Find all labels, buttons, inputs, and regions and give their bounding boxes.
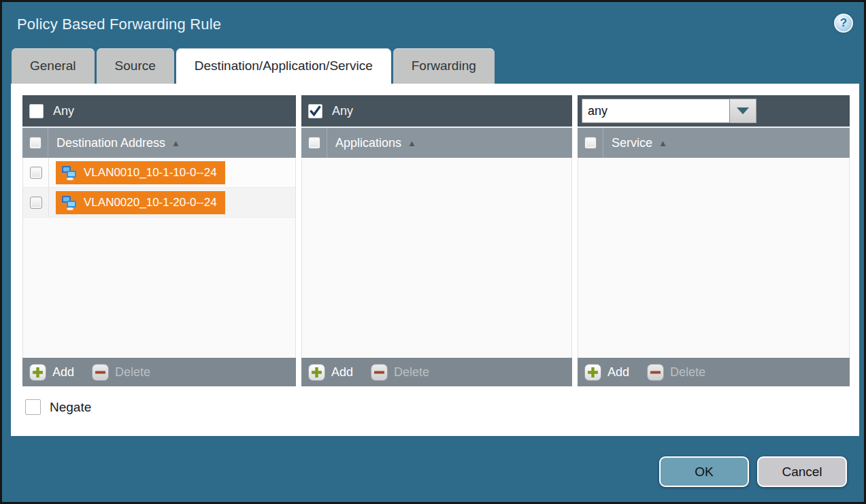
sort-ascending-icon: ▲: [659, 138, 667, 148]
destination-address-list: VLAN0010_10-1-10-0--24: [22, 158, 296, 358]
table-row: VLAN0010_10-1-10-0--24: [23, 158, 295, 188]
plus-icon: [308, 364, 325, 381]
add-button[interactable]: Add: [584, 364, 629, 381]
row-checkbox-cell: [23, 188, 49, 217]
delete-button[interactable]: Delete: [647, 364, 705, 381]
add-button[interactable]: Add: [308, 364, 353, 381]
service-column: Service ▲ Add Delete: [578, 95, 850, 386]
negate-label: Negate: [50, 400, 91, 415]
applications-column: Any Applications ▲ Add: [301, 95, 572, 386]
service-footer: Add Delete: [578, 358, 850, 386]
applications-any-checkbox[interactable]: [308, 104, 322, 118]
add-button[interactable]: Add: [29, 364, 74, 381]
row-checkbox[interactable]: [30, 167, 42, 179]
add-label: Add: [331, 365, 353, 380]
column-header-label: Destination Address: [56, 136, 165, 150]
network-address-icon: [61, 165, 78, 180]
column-header-label: Applications: [335, 136, 401, 150]
cancel-button[interactable]: Cancel: [757, 456, 847, 487]
service-dropdown: [582, 99, 756, 123]
address-object-label: VLAN0020_10-1-20-0--24: [84, 196, 217, 209]
tab-label: Destination/Application/Service: [195, 58, 373, 73]
address-object-vlan0010[interactable]: VLAN0010_10-1-10-0--24: [56, 161, 225, 184]
tab-forwarding[interactable]: Forwarding: [393, 48, 495, 84]
tab-content-panel: Any Destination Address ▲: [11, 84, 859, 436]
network-address-icon: [61, 195, 78, 210]
minus-icon: [371, 364, 388, 381]
address-object-vlan0020[interactable]: VLAN0020_10-1-20-0--24: [56, 191, 225, 214]
sort-ascending-icon: ▲: [171, 138, 180, 148]
tab-label: Forwarding: [412, 58, 476, 73]
add-label: Add: [607, 365, 629, 380]
plus-icon: [584, 364, 601, 381]
service-dropdown-button[interactable]: [730, 99, 756, 123]
select-all-checkbox[interactable]: [29, 137, 41, 149]
table-row: VLAN0020_10-1-20-0--24: [23, 188, 295, 218]
address-object-label: VLAN0010_10-1-10-0--24: [84, 166, 217, 180]
negate-checkbox[interactable]: [25, 399, 41, 415]
delete-button[interactable]: Delete: [92, 364, 150, 381]
columns-container: Any Destination Address ▲: [22, 95, 850, 386]
add-label: Add: [52, 365, 74, 380]
service-list: [578, 158, 850, 358]
delete-label: Delete: [115, 365, 150, 380]
titlebar: Policy Based Forwarding Rule ?: [2, 2, 864, 48]
row-checkbox-cell: [23, 158, 49, 187]
select-all-checkbox[interactable]: [308, 137, 320, 149]
any-label: Any: [332, 104, 353, 118]
tab-destination-application-service[interactable]: Destination/Application/Service: [176, 48, 391, 84]
applications-footer: Add Delete: [301, 358, 572, 386]
tab-source[interactable]: Source: [97, 48, 174, 84]
tab-label: General: [30, 58, 76, 73]
destination-any-checkbox[interactable]: [29, 104, 44, 118]
minus-icon: [647, 364, 664, 381]
row-checkbox[interactable]: [30, 197, 42, 209]
minus-icon: [92, 364, 109, 381]
destination-address-column: Any Destination Address ▲: [22, 95, 296, 386]
select-all-cell: [578, 128, 603, 158]
applications-header[interactable]: Applications ▲: [301, 127, 572, 158]
destination-footer: Add Delete: [22, 358, 296, 386]
ok-button[interactable]: OK: [659, 456, 749, 487]
destination-any-bar: Any: [22, 95, 296, 127]
service-dropdown-bar: [578, 95, 850, 127]
plus-icon: [29, 364, 46, 381]
delete-button[interactable]: Delete: [371, 364, 429, 381]
negate-option: Negate: [25, 399, 91, 415]
destination-address-header[interactable]: Destination Address ▲: [22, 127, 296, 158]
any-label: Any: [53, 104, 74, 118]
select-all-cell: [301, 128, 327, 158]
applications-any-bar: Any: [301, 95, 572, 127]
select-all-cell: [22, 128, 48, 158]
applications-list: [301, 158, 572, 358]
sort-ascending-icon: ▲: [407, 138, 416, 148]
tab-label: Source: [115, 58, 156, 73]
service-header[interactable]: Service ▲: [578, 127, 850, 158]
column-header-label: Service: [612, 136, 652, 150]
policy-based-forwarding-dialog: Policy Based Forwarding Rule ? General S…: [0, 0, 866, 504]
help-icon[interactable]: ?: [834, 14, 853, 33]
service-dropdown-input[interactable]: [582, 99, 730, 123]
tab-bar: General Source Destination/Application/S…: [12, 48, 497, 84]
chevron-down-icon: [737, 107, 749, 114]
select-all-checkbox[interactable]: [584, 137, 597, 149]
tab-general[interactable]: General: [12, 48, 95, 84]
dialog-title: Policy Based Forwarding Rule: [17, 16, 221, 33]
delete-label: Delete: [670, 365, 705, 380]
delete-label: Delete: [394, 365, 429, 380]
